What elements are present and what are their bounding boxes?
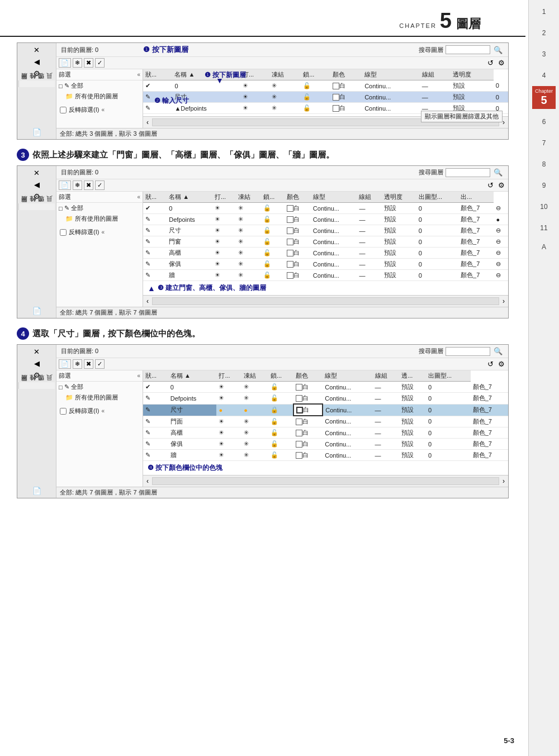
table-row[interactable]: ✔0☀✳🔓 白 Continu...—預設0 顏色_7⊖ [143,203,508,214]
current-layer-btn[interactable]: ✓ [95,58,105,68]
table-row[interactable]: ✎ 尺寸 ● ● 🔒 白 Continu... — 預設 0 [143,404,508,416]
close-icon3[interactable]: ✕ [32,347,41,356]
td-freeze[interactable]: ✳ [269,103,301,114]
current-layer-btn2[interactable]: ✓ [95,180,105,190]
settings-btn4[interactable]: ⚙ [497,359,506,369]
td-print[interactable]: ☀ [240,80,269,92]
nav-prev3[interactable]: ‹ [145,477,150,486]
table-row[interactable]: ✎門窗☀✳🔓 白 Continu...—預設0 顏色_7⊖ [143,236,508,248]
table-row[interactable]: ✎Defpoints☀✳🔓 白 Continu...—預設0顏色_7 [143,393,508,405]
settings-icon2[interactable]: ⚙ [32,192,41,201]
td-freeze[interactable]: ✳ [269,80,301,92]
reverse-filter-checkbox2[interactable] [60,229,67,236]
tree-used-layers2[interactable]: 📁 所有使用的圖層 [56,213,143,224]
sidebar-item-8[interactable]: 8 [529,153,559,174]
tree-all3[interactable]: □ ✎ 全部 [56,382,143,392]
settings-btn3[interactable]: ⚙ [497,180,506,190]
expand-icon2[interactable]: ◀ [33,180,41,189]
reverse-filter-checkbox3[interactable] [60,408,67,415]
sidebar-item-a[interactable]: A [542,237,546,256]
td-print[interactable]: ☀ [240,92,269,103]
bottom-icon[interactable]: 📄 [31,127,42,137]
table-row[interactable]: ✎傢俱☀✳🔓 白 Continu...—預設0 顏色_7⊖ [143,259,508,270]
tree-all2[interactable]: □ ✎ 全部 [56,203,143,213]
table-row[interactable]: ✎高櫃☀✳🔓 白 Continu...—預設0 顏色_7⊖ [143,248,508,259]
table-row[interactable]: ✎門面☀✳🔓 白 Continu...—預設0顏色_7 [143,416,508,427]
delete-layer-btn3[interactable]: ✖ [84,359,93,369]
expand-icon[interactable]: ◀ [33,57,41,66]
td-color[interactable]: 白 [330,103,363,114]
nav-prev2[interactable]: ‹ [145,297,150,306]
sidebar-item-2[interactable]: 2 [529,21,559,42]
nav-next2[interactable]: › [501,297,506,306]
td-linestyle[interactable]: — [420,92,451,103]
settings-icon3[interactable]: ⚙ [32,370,41,380]
close-icon[interactable]: ✕ [32,45,41,55]
table-row[interactable]: ✎高櫃☀✳🔓 白 Continu...—預設0顏色_7 [143,427,508,439]
new-layer-btn2[interactable]: 📄 [59,180,71,190]
tree-all[interactable]: □ ✎ 全部 [56,80,143,91]
td-lineweight[interactable]: 預設 [451,92,493,103]
sidebar-item-3[interactable]: 3 [529,42,559,64]
reverse-chevron[interactable]: « [101,107,105,113]
freeze-layer-btn2[interactable]: ❄ [73,180,82,190]
search-button3[interactable]: 🔍 [492,346,504,356]
td-linetype[interactable]: Continu... [362,103,419,114]
refresh-btn3[interactable]: ↺ [486,359,495,369]
sidebar-item-11[interactable]: 11 [529,216,559,237]
filter-chevron[interactable]: « [137,72,140,78]
table-row[interactable]: ✎牆☀✳🔓 白 Continu...—預設0 顏色_7⊖ [143,270,508,281]
freeze-layer-btn3[interactable]: ❄ [73,359,82,369]
td-print[interactable]: ☀ [240,103,269,114]
td-color[interactable]: 白 [330,92,363,103]
current-layer-btn3[interactable]: ✓ [95,359,105,369]
table-row[interactable]: ✎Defpoints☀✳🔓 白 Continu...—預設0 顏色_7● [143,214,508,225]
table-row[interactable]: ✔ 0 ☀ ✳ 🔓 白 Continu... — 預設 0 [143,80,508,92]
close-icon2[interactable]: ✕ [32,168,41,178]
table-row[interactable]: ✎ 尺寸 ☀ ✳ 🔓 白 Continu... — 預設 0 [143,92,508,103]
refresh-btn[interactable]: ↺ [486,58,495,68]
table-row[interactable]: ✔0☀✳🔓 白 Continu...—預設0顏色_7 [143,382,508,393]
td-lock[interactable]: 🔓 [301,92,330,103]
filter-chevron2[interactable]: « [137,194,140,200]
reverse-chevron3[interactable]: « [101,408,105,414]
sidebar-item-1[interactable]: 1 [529,0,559,21]
delete-layer-btn[interactable]: ✖ [84,58,93,68]
freeze-layer-btn[interactable]: ❄ [73,58,82,68]
delete-layer-btn2[interactable]: ✖ [84,180,93,190]
refresh-btn2[interactable]: ↺ [486,180,495,190]
td-linetype[interactable]: Continu... [362,92,419,103]
search-input2[interactable] [446,168,490,177]
table-row[interactable]: ✎牆☀✳🔓 白 Continu...—預設0顏色_7 [143,450,508,461]
search-button2[interactable]: 🔍 [492,168,504,177]
search-input[interactable] [446,45,490,54]
nav-next3[interactable]: › [501,477,506,486]
td-freeze[interactable]: ✳ [269,92,301,103]
table-row[interactable]: ✎傢俱☀✳🔓 白 Continu...—預設0顏色_7 [143,439,508,450]
settings-btn2[interactable]: ⚙ [497,58,506,68]
search-button[interactable]: 🔍 [492,45,504,55]
reverse-filter-checkbox[interactable] [60,107,67,113]
tree-used-layers[interactable]: 📁 所有使用的圖層 [56,91,143,102]
sidebar-item-10[interactable]: 10 [529,195,559,216]
sidebar-item-9[interactable]: 9 [529,174,559,195]
bottom-icon2[interactable]: 📄 [31,306,42,316]
reverse-chevron2[interactable]: « [101,229,105,235]
sidebar-item-6[interactable]: 6 [529,110,559,131]
filter-chevron3[interactable]: « [137,373,140,379]
bottom-icon3[interactable]: 📄 [31,486,42,496]
td-linestyle[interactable]: — [420,80,451,92]
settings-icon[interactable]: ⚙ [32,69,41,78]
sidebar-item-7[interactable]: 7 [529,131,559,153]
sidebar-item-4[interactable]: 4 [529,64,559,85]
search-input3[interactable] [446,347,490,356]
td-lineweight[interactable]: 預設 [451,80,493,92]
nav-prev[interactable]: ‹ [145,118,150,127]
td-lock[interactable]: 🔓 [301,103,330,114]
expand-icon3[interactable]: ◀ [33,359,41,368]
new-layer-btn3[interactable]: 📄 [59,359,71,369]
td-color[interactable]: 白 [330,80,363,92]
new-layer-btn[interactable]: 📄 [59,58,71,68]
table-row[interactable]: ✎尺寸☀✳🔓 白 Continu...—預設0 顏色_7⊖ [143,225,508,236]
tree-used-layers3[interactable]: 📁 所有使用的圖層 [56,392,143,403]
